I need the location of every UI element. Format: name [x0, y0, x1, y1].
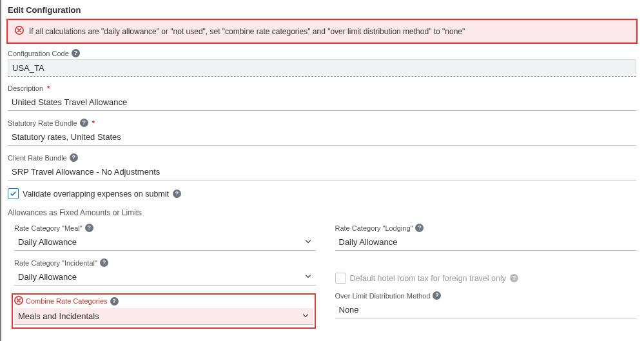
rate-incidental-label-text: Rate Category "Incidental" [14, 259, 97, 267]
description-field[interactable] [8, 94, 636, 111]
rate-lodging-label-text: Rate Category "Lodging" [335, 224, 413, 232]
client-bundle-label-text: Client Rate Bundle [8, 154, 67, 162]
over-limit-value[interactable] [335, 302, 637, 318]
description-label: Description * [8, 84, 636, 92]
error-message-text: If all calculations are "daily allowance… [29, 27, 465, 36]
rate-lodging-label: Rate Category "Lodging" ? [335, 224, 637, 232]
validate-overlap-checkbox[interactable] [8, 188, 19, 199]
rate-meal-select[interactable] [14, 234, 316, 251]
help-icon[interactable]: ? [173, 190, 181, 198]
validation-error-banner: If all calculations are "daily allowance… [8, 20, 636, 43]
help-icon[interactable]: ? [100, 258, 108, 267]
page-title: Edit Configuration [8, 5, 636, 15]
client-bundle-field[interactable] [8, 164, 636, 180]
rate-meal-value[interactable] [14, 234, 316, 251]
rate-lodging-value[interactable] [335, 234, 637, 251]
validate-overlap-label: Validate overlapping expenses on submit [23, 190, 169, 199]
over-limit-select[interactable] [335, 302, 637, 318]
error-circle-icon [14, 296, 23, 306]
client-bundle-label: Client Rate Bundle ? [8, 153, 636, 162]
rate-incidental-select[interactable] [14, 269, 316, 286]
rate-lodging-select[interactable] [335, 234, 637, 251]
over-limit-label-text: Over Limit Distribution Method [335, 292, 431, 300]
rate-incidental-value[interactable] [14, 269, 316, 286]
default-hotel-tax-checkbox[interactable] [335, 273, 346, 284]
statutory-bundle-label: Statutory Rate Bundle ? * [8, 119, 636, 127]
config-code-field [8, 59, 636, 77]
statutory-bundle-label-text: Statutory Rate Bundle [8, 119, 77, 127]
allowances-section-heading: Allowances as Fixed Amounts or Limits [8, 208, 636, 217]
combine-rate-label-text: Combine Rate Categories [26, 297, 108, 305]
description-label-text: Description [8, 84, 43, 92]
config-code-label-text: Configuration Code [8, 50, 69, 57]
statutory-bundle-field[interactable] [8, 129, 636, 146]
combine-rate-value[interactable] [14, 308, 313, 325]
over-limit-label: Over Limit Distribution Method ? [335, 291, 637, 300]
help-icon[interactable]: ? [85, 224, 93, 232]
config-code-label: Configuration Code ? [8, 49, 636, 57]
help-icon[interactable]: ? [80, 119, 88, 127]
help-icon[interactable]: ? [72, 49, 80, 57]
rate-meal-label: Rate Category "Meal" ? [14, 224, 316, 232]
error-circle-icon [15, 26, 24, 37]
help-icon[interactable]: ? [510, 274, 518, 282]
required-asterisk: * [47, 84, 50, 92]
rate-incidental-label: Rate Category "Incidental" ? [14, 258, 316, 267]
rate-meal-label-text: Rate Category "Meal" [14, 224, 83, 232]
combine-rate-select[interactable] [14, 308, 313, 325]
required-asterisk: * [92, 119, 95, 127]
help-icon[interactable]: ? [433, 291, 441, 300]
combine-rate-label: Combine Rate Categories ? [14, 296, 313, 306]
help-icon[interactable]: ? [110, 297, 119, 306]
default-hotel-tax-label: Default hotel room tax for foreign trave… [350, 274, 506, 283]
help-icon[interactable]: ? [415, 224, 424, 232]
help-icon[interactable]: ? [70, 153, 78, 162]
